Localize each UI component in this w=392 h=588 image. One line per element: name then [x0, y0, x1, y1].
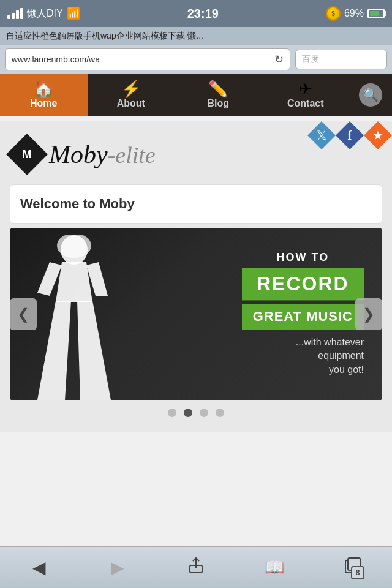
- rss-icon[interactable]: ★: [364, 121, 392, 149]
- brand-moby: Moby: [49, 140, 108, 168]
- facebook-f: f: [347, 127, 352, 143]
- brand-name: Moby-elite: [49, 140, 156, 169]
- refresh-button[interactable]: ↻: [274, 53, 284, 66]
- coin-icon: $: [326, 6, 341, 21]
- logo-diamond: M: [6, 134, 48, 175]
- nav-item-blog[interactable]: ✏️ Blog: [175, 74, 262, 116]
- twitter-icon[interactable]: 𝕏: [307, 121, 336, 149]
- slider-prev-button[interactable]: ❮: [10, 298, 37, 330]
- search-placeholder: 百度: [302, 54, 319, 64]
- dot-2[interactable]: [184, 409, 192, 417]
- sub-text: ...with whateverequipmentyou got!: [242, 336, 364, 377]
- nav-search[interactable]: 🔍: [349, 74, 392, 116]
- bookmarks-button[interactable]: 📖: [258, 551, 291, 584]
- dot-3[interactable]: [200, 409, 208, 417]
- carrier-name: 懒人DIY: [27, 7, 63, 20]
- status-right: $ 69%: [326, 6, 385, 21]
- figure-silhouette: [31, 235, 117, 400]
- slide-content: HOW TO RECORD GREAT MUSIC ...with whatev…: [242, 251, 364, 377]
- nav-label-blog: Blog: [207, 98, 229, 109]
- signal-icon: [7, 8, 23, 19]
- nav-bar: 🏠 Home ⚡ About ✏️ Blog ✈ Contact 🔍: [0, 74, 392, 116]
- content-area: 𝕏 f ★ M Moby-elite Welcome to Moby: [0, 121, 392, 432]
- bookmarks-icon: 📖: [265, 558, 284, 577]
- figure-container: [22, 235, 126, 400]
- how-to-text: HOW TO: [242, 251, 364, 264]
- nav-label-contact: Contact: [287, 98, 324, 109]
- forward-button[interactable]: ▶: [101, 551, 134, 584]
- home-icon: 🏠: [34, 81, 53, 97]
- battery-icon: [368, 9, 385, 18]
- tabs-count-badge: 8: [351, 566, 364, 579]
- svg-marker-5: [37, 301, 71, 400]
- great-music-text: GREAT MUSIC: [253, 309, 353, 325]
- status-left: 懒人DIY 📶: [7, 7, 80, 20]
- record-box: RECORD: [242, 268, 364, 300]
- search-icon: 🔍: [363, 88, 379, 102]
- dot-4[interactable]: [216, 409, 224, 417]
- browser-title: 自适应性橙色触屏版手机wap企业网站模板下载-懒...: [0, 27, 392, 45]
- bottom-bar: ◀ ▶ 📖 8: [0, 546, 392, 588]
- facebook-icon[interactable]: f: [336, 121, 364, 149]
- welcome-box: Welcome to Moby: [10, 184, 382, 224]
- back-icon: ◀: [32, 557, 46, 578]
- nav-label-about: About: [117, 98, 145, 109]
- blog-icon: ✏️: [208, 81, 228, 97]
- logo-letter: M: [23, 148, 32, 161]
- slide: HOW TO RECORD GREAT MUSIC ...with whatev…: [10, 228, 382, 400]
- nav-item-about[interactable]: ⚡ About: [88, 74, 175, 116]
- url-input[interactable]: www.lanrenmb.com/wa ↻: [5, 48, 290, 70]
- url-text: www.lanrenmb.com/wa: [12, 55, 100, 64]
- great-music-box: GREAT MUSIC: [242, 304, 364, 330]
- nav-item-home[interactable]: 🏠 Home: [0, 74, 88, 116]
- arrow-right-icon: ❯: [363, 306, 375, 323]
- search-input[interactable]: 百度: [295, 50, 387, 69]
- svg-marker-6: [77, 301, 111, 400]
- svg-marker-2: [56, 262, 92, 302]
- status-time: 23:19: [187, 7, 219, 21]
- nav-label-home: Home: [30, 98, 57, 109]
- slider-dots: [0, 400, 392, 426]
- dot-1[interactable]: [168, 409, 176, 417]
- rss-symbol: ★: [372, 128, 383, 143]
- welcome-text: Welcome to Moby: [20, 196, 135, 211]
- social-icons: 𝕏 f ★: [307, 121, 392, 149]
- search-button[interactable]: 🔍: [359, 83, 382, 107]
- share-icon: [187, 557, 205, 578]
- about-icon: ⚡: [121, 81, 141, 97]
- slider-next-button[interactable]: ❯: [355, 298, 382, 330]
- forward-icon: ▶: [111, 557, 124, 578]
- twitter-bird: 𝕏: [317, 128, 326, 143]
- battery-percent: 69%: [344, 8, 364, 19]
- share-button[interactable]: [179, 551, 213, 584]
- wifi-icon: 📶: [67, 7, 80, 20]
- tabs-button[interactable]: 8: [336, 551, 369, 584]
- back-button[interactable]: ◀: [23, 551, 56, 584]
- browser-url-bar: www.lanrenmb.com/wa ↻ 百度: [0, 45, 392, 74]
- arrow-left-icon: ❮: [17, 306, 29, 323]
- contact-icon: ✈: [299, 81, 312, 97]
- nav-item-contact[interactable]: ✈ Contact: [262, 74, 350, 116]
- record-text: RECORD: [253, 273, 353, 295]
- status-bar: 懒人DIY 📶 23:19 $ 69%: [0, 0, 392, 27]
- brand-suffix: -elite: [108, 142, 156, 168]
- slider-area: HOW TO RECORD GREAT MUSIC ...with whatev…: [10, 228, 382, 400]
